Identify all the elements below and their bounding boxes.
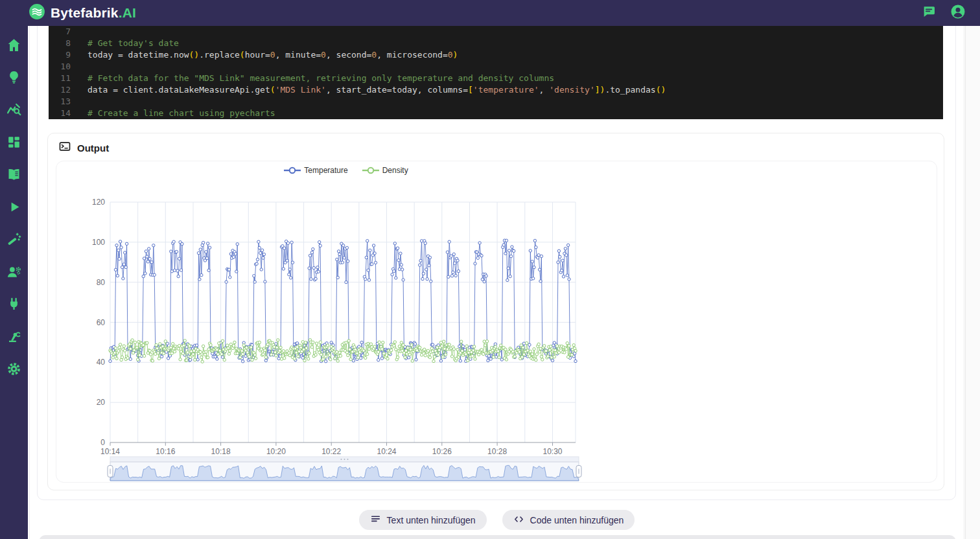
code-brackets-icon — [513, 514, 524, 527]
code-text: # Create a line chart using pyecharts — [77, 108, 275, 119]
sidebar-item-user-gear[interactable] — [6, 263, 23, 280]
bytefabrik-logo-icon — [29, 3, 45, 23]
add-code-below-button[interactable]: Code unten hinzufügen — [502, 510, 635, 530]
scrollbar-track[interactable] — [965, 26, 980, 539]
code-line-11[interactable]: 11# Fetch data for the "MDS Link" measur… — [49, 73, 943, 84]
code-text: data = client.dataLakeMeasureApi.get('MD… — [77, 84, 666, 96]
code-line-7[interactable]: 7 — [49, 26, 943, 38]
svg-text:10:24: 10:24 — [377, 447, 396, 456]
brand[interactable]: Bytefabrik.AI — [29, 3, 136, 23]
svg-text:10:14: 10:14 — [100, 447, 120, 456]
sidebar-item-book[interactable] — [6, 166, 23, 183]
terminal-icon — [58, 140, 71, 155]
code-line-12[interactable]: 12data = client.dataLakeMeasureApi.get('… — [49, 84, 943, 96]
slider-handle-right[interactable] — [576, 466, 581, 477]
gridlines — [110, 202, 576, 442]
code-text — [77, 61, 88, 73]
sidebar-item-magic-wand[interactable] — [6, 231, 23, 247]
line-number: 12 — [49, 84, 77, 96]
sidebar-item-home[interactable] — [6, 36, 23, 53]
chat-icon[interactable] — [922, 5, 936, 21]
sidebar — [0, 26, 28, 539]
line-number: 11 — [49, 73, 77, 84]
code-line-14[interactable]: 14# Create a line chart using pyecharts — [49, 108, 943, 119]
robot-arm-icon — [6, 328, 22, 345]
svg-text:10:20: 10:20 — [266, 447, 286, 456]
cell-actions: Text unten hinzufügen Code unten hinzufü… — [29, 510, 964, 530]
code-line-13[interactable]: 13 — [49, 96, 943, 108]
add-text-below-button[interactable]: Text unten hinzufügen — [359, 510, 487, 530]
topbar: Bytefabrik.AI — [0, 0, 980, 26]
plug-icon — [6, 296, 22, 312]
play-icon — [6, 199, 22, 215]
slider-handle-left[interactable] — [108, 466, 113, 477]
svg-text:10:22: 10:22 — [321, 447, 341, 456]
dashboard-icon — [6, 134, 22, 150]
sidebar-item-play[interactable] — [6, 198, 23, 215]
sidebar-item-robot-arm[interactable] — [6, 328, 23, 345]
code-text — [77, 26, 88, 38]
code-text: today = datetime.now().replace(hour=0, m… — [77, 49, 458, 61]
output-chart[interactable]: 10:1410:1610:1810:2010:2210:2410:2610:28… — [57, 162, 635, 483]
line-number: 9 — [49, 49, 77, 61]
brand-name: Bytefabrik.AI — [51, 5, 136, 21]
line-number: 14 — [49, 108, 77, 119]
book-icon — [6, 166, 22, 183]
lightbulb-icon — [6, 69, 22, 86]
gear-icon — [6, 361, 22, 377]
text-lines-icon — [370, 514, 381, 527]
svg-text:40: 40 — [97, 358, 106, 367]
next-cell-top-edge[interactable] — [39, 535, 956, 539]
svg-text:0: 0 — [100, 438, 105, 447]
svg-text:120: 120 — [92, 198, 105, 207]
code-line-8[interactable]: 8# Get today's date — [49, 38, 943, 49]
line-number: 8 — [49, 38, 77, 49]
account-icon[interactable] — [950, 4, 966, 22]
sidebar-item-lightbulb[interactable] — [6, 69, 23, 86]
sidebar-item-plug[interactable] — [6, 295, 23, 312]
svg-text:80: 80 — [97, 278, 106, 287]
output-header: Output — [58, 140, 109, 155]
code-line-9[interactable]: 9today = datetime.now().replace(hour=0, … — [49, 49, 943, 61]
svg-text:100: 100 — [92, 238, 105, 247]
chart-search-icon — [6, 102, 22, 118]
svg-text:10:28: 10:28 — [487, 447, 507, 456]
sidebar-item-chart-search[interactable] — [6, 101, 23, 118]
svg-text:10:26: 10:26 — [432, 447, 452, 456]
line-number: 13 — [49, 96, 77, 108]
home-icon — [6, 37, 22, 53]
code-text: # Get today's date — [77, 38, 179, 49]
sidebar-item-gear[interactable] — [6, 360, 23, 377]
svg-text:20: 20 — [97, 398, 106, 407]
code-text — [77, 96, 88, 108]
code-editor[interactable]: 78# Get today's date9today = datetime.no… — [49, 26, 943, 119]
svg-text:10:16: 10:16 — [156, 447, 175, 456]
datazoom-slider[interactable] — [108, 457, 581, 481]
svg-text:10:18: 10:18 — [211, 447, 231, 456]
y-axis: 020406080100120 — [92, 198, 105, 447]
code-text: # Fetch data for the "MDS Link" measurem… — [77, 73, 554, 84]
line-number: 7 — [49, 26, 77, 38]
user-gear-icon — [6, 264, 22, 280]
density-series — [109, 339, 577, 363]
line-number: 10 — [49, 61, 77, 73]
x-axis: 10:1410:1610:1810:2010:2210:2410:2610:28… — [100, 442, 576, 456]
svg-text:60: 60 — [97, 318, 106, 327]
svg-text:10:30: 10:30 — [542, 447, 562, 456]
code-line-10[interactable]: 10 — [49, 61, 943, 73]
output-title: Output — [77, 143, 109, 154]
magic-wand-icon — [6, 231, 22, 247]
sidebar-item-dashboard[interactable] — [6, 133, 23, 150]
